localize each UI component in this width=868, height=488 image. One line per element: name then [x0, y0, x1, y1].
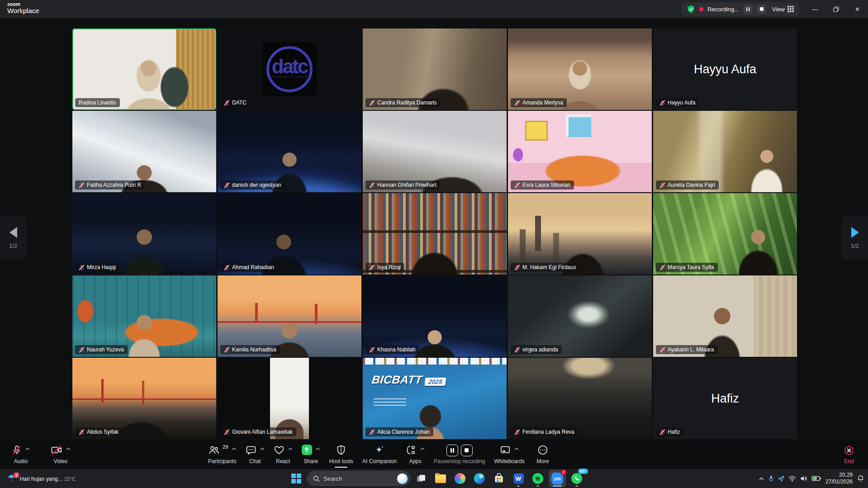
pause-stop-recording-button[interactable]: Pause/stop recording	[430, 440, 489, 469]
task-view-button[interactable]	[413, 470, 430, 487]
weather-widget[interactable]: ☂4 Hari hujan yang... 22°C	[5, 469, 78, 488]
close-button[interactable]: ✕	[847, 0, 868, 18]
video-tile[interactable]: Esra Laura Siburian	[508, 111, 652, 192]
file-explorer-button[interactable]	[432, 470, 449, 487]
muted-mic-icon	[659, 265, 665, 270]
video-tile[interactable]: Isya Rizqi	[363, 193, 507, 275]
video-tile[interactable]: virgea adianda	[508, 275, 652, 357]
react-button[interactable]: React	[270, 440, 296, 469]
muted-mic-icon	[79, 347, 85, 353]
tray-time: 20.29	[839, 472, 853, 478]
battery-charging-icon[interactable]	[811, 475, 821, 482]
poster-logo-band	[363, 358, 507, 365]
share-caret-icon[interactable]	[316, 447, 320, 450]
host-tools-button[interactable]: Host tools	[326, 440, 357, 469]
word-button[interactable]: W	[510, 470, 527, 487]
video-tile[interactable]: M. Hakam Egi Firdaus	[508, 193, 652, 275]
zoom-app-button[interactable]: zm 2	[549, 470, 566, 487]
pause-recording-button[interactable]	[743, 5, 753, 14]
end-meeting-button[interactable]: End	[836, 440, 862, 469]
clock[interactable]: 20.29 27/01/2026	[825, 472, 853, 485]
zoom-active-indicator	[553, 485, 562, 487]
edge-button[interactable]	[471, 470, 488, 487]
video-tile[interactable]: datc Dwi Achmad Tax Consulting DATC	[218, 28, 361, 110]
video-tile[interactable]: danish dwi ogestyan	[218, 111, 361, 192]
microsoft-store-button[interactable]	[490, 470, 508, 487]
name-tag: Ferdiana Ladya Reva	[511, 427, 578, 436]
participants-button[interactable]: 29 Participants	[204, 440, 240, 469]
video-tile[interactable]: Fatiha Azzahra Putri R	[72, 111, 216, 192]
ai-companion-label: AI Companion	[362, 458, 397, 464]
audio-options-caret-icon[interactable]	[25, 447, 30, 450]
datc-logo: datc Dwi Achmad Tax Consulting	[262, 42, 317, 96]
participants-count-badge: 29	[223, 444, 228, 450]
video-tile[interactable]: Hafiz Hafiz	[653, 358, 797, 439]
video-tile[interactable]: Amanda Merlysa	[508, 28, 652, 110]
copilot-button[interactable]	[451, 470, 469, 487]
video-tile[interactable]: Aurelia Davina Fajri	[653, 111, 797, 192]
restore-button[interactable]	[825, 0, 847, 18]
video-tile[interactable]: Kamila Nurhaditsa	[218, 275, 361, 357]
video-tile[interactable]: Marsya Taura Syifa	[653, 193, 797, 275]
audio-button[interactable]: Audio	[8, 440, 33, 469]
previous-page-button[interactable]: 1/2	[0, 216, 26, 260]
participants-caret-icon[interactable]	[232, 447, 236, 450]
tray-date: 27/01/2026	[825, 479, 853, 485]
tray-chevron-icon[interactable]	[759, 476, 764, 482]
stop-recording-button[interactable]	[757, 5, 766, 14]
video-tile[interactable]: Radina Linantis	[72, 28, 216, 110]
participant-name-label: Candra Raditya Damaris	[377, 99, 436, 106]
file-explorer-icon	[435, 474, 446, 483]
video-tile[interactable]: Naurah Yuzeva	[72, 275, 216, 357]
video-button[interactable]: Video	[47, 440, 74, 469]
tray-location-icon[interactable]	[778, 475, 784, 482]
video-tile[interactable]: Ayakarin L. Milaara	[653, 275, 797, 357]
participant-name-label: Khasna Nabilah	[377, 346, 416, 353]
start-button[interactable]	[288, 470, 305, 487]
apps-caret-icon[interactable]	[420, 447, 425, 450]
tray-mic-in-use-icon[interactable]	[768, 475, 774, 482]
video-tile[interactable]: Hayyu Aufa Hayyu Aufa	[653, 28, 797, 110]
name-tag: Naurah Yuzeva	[75, 345, 128, 354]
muted-mic-icon	[659, 429, 665, 435]
react-caret-icon[interactable]	[288, 447, 293, 450]
search-highlight-image[interactable]	[397, 473, 408, 484]
video-tile[interactable]: Ferdiana Ladya Reva	[508, 358, 652, 439]
volume-icon[interactable]	[800, 475, 807, 482]
apps-button[interactable]: Apps	[402, 440, 428, 469]
no-video-name: Hayyu Aufa	[653, 28, 797, 110]
video-tile[interactable]: Candra Raditya Damaris	[363, 28, 507, 110]
pause-recording-toolbar-icon[interactable]	[446, 445, 458, 456]
name-tag: Ahmad Rahadian	[220, 263, 278, 272]
whiteboards-caret-icon[interactable]	[514, 447, 519, 450]
share-button[interactable]: Share	[298, 440, 324, 469]
wifi-icon[interactable]	[788, 475, 796, 482]
react-label: React	[276, 458, 290, 464]
video-tile[interactable]: BICBATT 2025 Alicia Clarence Johan	[363, 358, 507, 439]
notification-bell-icon[interactable]: z	[857, 475, 864, 483]
more-button[interactable]: More	[530, 440, 555, 469]
next-page-button[interactable]: 1/2	[842, 216, 868, 260]
name-tag: Ayakarin L. Milaara	[656, 345, 718, 354]
name-tag: danish dwi ogestyan	[220, 180, 285, 190]
chat-caret-icon[interactable]	[260, 447, 265, 450]
minimize-button[interactable]: —	[804, 0, 825, 18]
ai-companion-button[interactable]: AI Companion	[359, 440, 400, 469]
video-tile[interactable]: Mirza Haqqi	[72, 193, 216, 275]
name-tag: Abdus Syifak	[75, 427, 122, 436]
meeting-stage: Radina Linantis datc Dwi Achmad Tax Cons…	[0, 18, 868, 440]
whiteboards-button[interactable]: Whiteboards	[491, 440, 528, 469]
video-tile[interactable]: Ahmad Rahadian	[218, 193, 361, 275]
search-box[interactable]: Search	[307, 471, 410, 486]
video-tile[interactable]: Giovani Alfian Lamawitak	[218, 358, 361, 439]
name-tag: virgea adianda	[511, 345, 562, 354]
chat-button[interactable]: Chat	[242, 440, 268, 469]
video-tile[interactable]: Abdus Syifak	[72, 358, 216, 439]
spotify-button[interactable]	[529, 470, 546, 487]
whatsapp-button[interactable]: 99+	[568, 470, 585, 487]
video-options-caret-icon[interactable]	[66, 447, 71, 450]
video-tile[interactable]: Hannan Ghifari Priwihart	[363, 111, 507, 192]
stop-recording-toolbar-icon[interactable]	[461, 445, 473, 456]
video-tile[interactable]: Khasna Nabilah	[363, 275, 507, 357]
view-button[interactable]: View	[772, 6, 794, 13]
